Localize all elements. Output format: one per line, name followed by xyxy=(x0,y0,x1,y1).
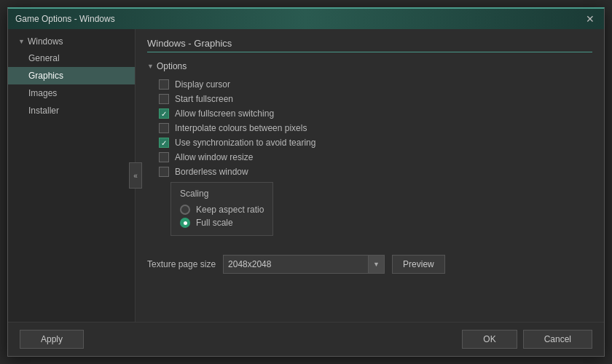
checkbox-use-synchronization[interactable] xyxy=(159,138,169,148)
sidebar-item-general[interactable]: General xyxy=(8,50,135,67)
option-row-use-synchronization: Use synchronization to avoid tearing xyxy=(147,135,592,150)
sidebar: ▼ Windows General Graphics Images Instal… xyxy=(8,29,136,322)
title-bar-text: Game Options - Windows xyxy=(15,14,115,24)
checkbox-allow-fullscreen-switching[interactable] xyxy=(159,108,169,119)
footer-right: OK Cancel xyxy=(462,330,592,349)
footer-left: Apply xyxy=(20,330,84,349)
radio-keep-aspect-ratio[interactable] xyxy=(180,205,190,215)
dialog-window: Game Options - Windows ✕ ▼ Windows Gener… xyxy=(7,7,605,357)
expand-icon: ▼ xyxy=(18,38,25,45)
option-row-display-cursor: Display cursor xyxy=(147,77,592,92)
section-title: Windows - Graphics xyxy=(147,38,592,52)
close-button[interactable]: ✕ xyxy=(584,12,597,25)
label-interpolate-colours: Interpolate colours between pixels xyxy=(175,123,307,133)
options-header: ▼ Options xyxy=(147,61,592,71)
texture-size-dropdown[interactable]: 2048x2048 xyxy=(223,255,369,274)
title-bar: Game Options - Windows ✕ xyxy=(8,9,604,29)
options-expand-icon: ▼ xyxy=(147,63,154,70)
texture-row: Texture page size 2048x2048 ▼ Preview xyxy=(147,249,592,280)
label-borderless-window: Borderless window xyxy=(175,167,248,177)
label-start-fullscreen: Start fullscreen xyxy=(175,94,233,104)
collapse-sidebar-button[interactable]: « xyxy=(129,162,142,189)
option-row-start-fullscreen: Start fullscreen xyxy=(147,92,592,106)
label-allow-window-resize: Allow window resize xyxy=(175,152,253,162)
apply-button[interactable]: Apply xyxy=(20,330,84,349)
main-content: Windows - Graphics ▼ Options Display cur… xyxy=(136,29,604,322)
radio-full-scale[interactable] xyxy=(180,218,190,228)
radio-row-keep-aspect-ratio: Keep aspect ratio xyxy=(180,203,264,216)
sidebar-item-installer[interactable]: Installer xyxy=(8,102,135,119)
sidebar-item-images[interactable]: Images xyxy=(8,84,135,102)
option-row-interpolate-colours: Interpolate colours between pixels xyxy=(147,121,592,135)
cancel-button[interactable]: Cancel xyxy=(523,330,592,349)
dropdown-arrow-icon[interactable]: ▼ xyxy=(369,255,385,274)
label-use-synchronization: Use synchronization to avoid tearing xyxy=(175,138,315,148)
scaling-header: Scaling xyxy=(180,189,264,199)
ok-button[interactable]: OK xyxy=(462,330,517,349)
checkbox-start-fullscreen[interactable] xyxy=(159,94,169,104)
label-display-cursor: Display cursor xyxy=(175,79,230,90)
option-row-allow-window-resize: Allow window resize xyxy=(147,150,592,165)
option-row-borderless-window: Borderless window xyxy=(147,165,592,179)
checkbox-display-cursor[interactable] xyxy=(159,79,169,90)
texture-label: Texture page size xyxy=(147,259,216,269)
scaling-box: Scaling Keep aspect ratio Full scale xyxy=(170,182,273,236)
preview-button[interactable]: Preview xyxy=(392,255,445,274)
sidebar-item-graphics[interactable]: Graphics xyxy=(8,67,135,84)
label-allow-fullscreen-switching: Allow fullscreen switching xyxy=(175,108,274,119)
sidebar-section-label: Windows xyxy=(28,36,63,47)
label-full-scale: Full scale xyxy=(196,218,233,228)
radio-row-full-scale: Full scale xyxy=(180,216,264,229)
checkbox-allow-window-resize[interactable] xyxy=(159,152,169,162)
sidebar-section-windows: ▼ Windows xyxy=(8,33,135,50)
options-group: ▼ Options Display cursor Start fullscree… xyxy=(147,61,592,236)
dialog-footer: Apply OK Cancel xyxy=(8,322,604,356)
options-header-label: Options xyxy=(157,61,187,71)
dialog-body: ▼ Windows General Graphics Images Instal… xyxy=(8,29,604,322)
label-keep-aspect-ratio: Keep aspect ratio xyxy=(196,205,264,215)
dropdown-wrapper: 2048x2048 ▼ xyxy=(223,255,385,274)
option-row-allow-fullscreen-switching: Allow fullscreen switching xyxy=(147,106,592,121)
checkbox-borderless-window[interactable] xyxy=(159,167,169,177)
checkbox-interpolate-colours[interactable] xyxy=(159,123,169,133)
